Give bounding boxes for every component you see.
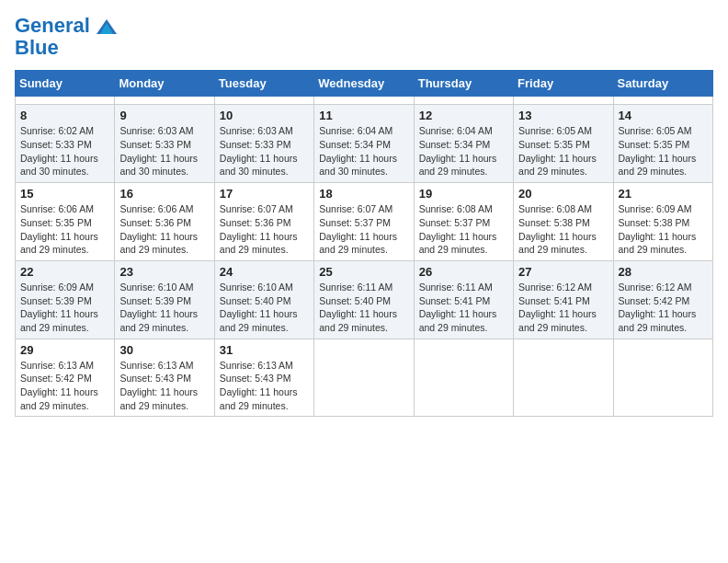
day-number: 18: [319, 187, 408, 201]
day-info: Sunrise: 6:09 AMSunset: 5:38 PMDaylight:…: [619, 203, 697, 255]
calendar-table: SundayMondayTuesdayWednesdayThursdayFrid…: [15, 70, 713, 417]
day-number: 11: [319, 109, 408, 122]
day-cell-18: 18 Sunrise: 6:07 AMSunset: 5:37 PMDaylig…: [314, 183, 414, 261]
day-info: Sunrise: 6:05 AMSunset: 5:35 PMDaylight:…: [518, 125, 597, 177]
day-number: 13: [518, 109, 608, 122]
weekday-saturday: Saturday: [613, 71, 712, 97]
day-number: 9: [119, 109, 209, 122]
weekday-sunday: Sunday: [16, 71, 115, 97]
day-number: 26: [419, 265, 508, 279]
day-info: Sunrise: 6:06 AMSunset: 5:36 PMDaylight:…: [119, 203, 198, 255]
logo-icon: [97, 19, 117, 34]
day-number: 16: [119, 187, 209, 201]
day-cell-9: 9 Sunrise: 6:03 AMSunset: 5:33 PMDayligh…: [115, 105, 214, 183]
day-cell-17: 17 Sunrise: 6:07 AMSunset: 5:36 PMDaylig…: [214, 183, 313, 261]
day-cell-19: 19 Sunrise: 6:08 AMSunset: 5:37 PMDaylig…: [414, 183, 513, 261]
day-number: 15: [20, 187, 109, 201]
day-cell-20: 20 Sunrise: 6:08 AMSunset: 5:38 PMDaylig…: [514, 183, 613, 261]
day-info: Sunrise: 6:07 AMSunset: 5:36 PMDaylight:…: [220, 203, 298, 255]
day-info: Sunrise: 6:07 AMSunset: 5:37 PMDaylight:…: [319, 203, 397, 255]
day-cell-21: 21 Sunrise: 6:09 AMSunset: 5:38 PMDaylig…: [613, 183, 712, 261]
day-cell-25: 25 Sunrise: 6:11 AMSunset: 5:40 PMDaylig…: [314, 260, 414, 339]
week-row-3: 15 Sunrise: 6:06 AMSunset: 5:35 PMDaylig…: [16, 183, 713, 261]
day-number: 24: [220, 265, 309, 279]
day-cell-12: 12 Sunrise: 6:04 AMSunset: 5:34 PMDaylig…: [414, 105, 513, 183]
page-header: General Blue: [15, 15, 713, 59]
day-cell-14: 14 Sunrise: 6:05 AMSunset: 5:35 PMDaylig…: [613, 105, 712, 183]
day-info: Sunrise: 6:06 AMSunset: 5:35 PMDaylight:…: [20, 203, 98, 255]
empty-cell: [414, 339, 513, 417]
day-cell-30: 30 Sunrise: 6:13 AMSunset: 5:43 PMDaylig…: [115, 339, 214, 417]
day-info: Sunrise: 6:10 AMSunset: 5:40 PMDaylight:…: [220, 282, 298, 333]
day-info: Sunrise: 6:09 AMSunset: 5:39 PMDaylight:…: [20, 282, 98, 333]
day-number: 27: [518, 265, 608, 279]
empty-cell: [613, 97, 712, 105]
day-number: 10: [220, 109, 309, 122]
weekday-header-row: SundayMondayTuesdayWednesdayThursdayFrid…: [16, 71, 713, 97]
day-number: 23: [119, 265, 209, 279]
day-info: Sunrise: 6:02 AMSunset: 5:33 PMDaylight:…: [20, 125, 98, 177]
weekday-wednesday: Wednesday: [314, 71, 414, 97]
day-cell-24: 24 Sunrise: 6:10 AMSunset: 5:40 PMDaylig…: [214, 260, 313, 339]
day-info: Sunrise: 6:04 AMSunset: 5:34 PMDaylight:…: [319, 125, 397, 177]
week-row-4: 22 Sunrise: 6:09 AMSunset: 5:39 PMDaylig…: [16, 260, 713, 339]
day-cell-26: 26 Sunrise: 6:11 AMSunset: 5:41 PMDaylig…: [414, 260, 513, 339]
empty-cell: [115, 97, 214, 105]
day-cell-13: 13 Sunrise: 6:05 AMSunset: 5:35 PMDaylig…: [514, 105, 613, 183]
day-info: Sunrise: 6:13 AMSunset: 5:43 PMDaylight:…: [220, 360, 298, 411]
day-cell-29: 29 Sunrise: 6:13 AMSunset: 5:42 PMDaylig…: [16, 339, 115, 417]
day-info: Sunrise: 6:04 AMSunset: 5:34 PMDaylight:…: [419, 125, 497, 177]
day-number: 17: [220, 187, 309, 201]
empty-cell: [613, 339, 712, 417]
weekday-monday: Monday: [115, 71, 214, 97]
day-number: 20: [518, 187, 608, 201]
day-cell-23: 23 Sunrise: 6:10 AMSunset: 5:39 PMDaylig…: [115, 260, 214, 339]
day-cell-11: 11 Sunrise: 6:04 AMSunset: 5:34 PMDaylig…: [314, 105, 414, 183]
empty-cell: [214, 97, 313, 105]
day-number: 25: [319, 265, 408, 279]
day-cell-28: 28 Sunrise: 6:12 AMSunset: 5:42 PMDaylig…: [613, 260, 712, 339]
day-number: 21: [619, 187, 708, 201]
logo: General Blue: [15, 15, 117, 59]
day-number: 14: [619, 109, 708, 122]
day-cell-15: 15 Sunrise: 6:06 AMSunset: 5:35 PMDaylig…: [16, 183, 115, 261]
empty-cell: [314, 97, 414, 105]
day-cell-27: 27 Sunrise: 6:12 AMSunset: 5:41 PMDaylig…: [514, 260, 613, 339]
day-info: Sunrise: 6:11 AMSunset: 5:40 PMDaylight:…: [319, 282, 397, 333]
day-cell-16: 16 Sunrise: 6:06 AMSunset: 5:36 PMDaylig…: [115, 183, 214, 261]
day-number: 19: [419, 187, 508, 201]
day-info: Sunrise: 6:13 AMSunset: 5:42 PMDaylight:…: [20, 360, 98, 411]
logo-text: General: [15, 15, 117, 37]
week-row-1: [16, 97, 713, 105]
day-number: 8: [20, 109, 109, 122]
week-row-2: 8 Sunrise: 6:02 AMSunset: 5:33 PMDayligh…: [16, 105, 713, 183]
day-number: 28: [619, 265, 708, 279]
day-cell-31: 31 Sunrise: 6:13 AMSunset: 5:43 PMDaylig…: [214, 339, 313, 417]
day-info: Sunrise: 6:10 AMSunset: 5:39 PMDaylight:…: [119, 282, 198, 333]
logo-blue: Blue: [15, 37, 117, 59]
day-number: 31: [220, 343, 309, 357]
day-info: Sunrise: 6:12 AMSunset: 5:42 PMDaylight:…: [619, 282, 697, 333]
day-cell-22: 22 Sunrise: 6:09 AMSunset: 5:39 PMDaylig…: [16, 260, 115, 339]
day-info: Sunrise: 6:05 AMSunset: 5:35 PMDaylight:…: [619, 125, 697, 177]
day-info: Sunrise: 6:08 AMSunset: 5:38 PMDaylight:…: [518, 203, 597, 255]
day-number: 30: [119, 343, 209, 357]
empty-cell: [414, 97, 513, 105]
day-info: Sunrise: 6:08 AMSunset: 5:37 PMDaylight:…: [419, 203, 497, 255]
empty-cell: [314, 339, 414, 417]
empty-cell: [16, 97, 115, 105]
weekday-thursday: Thursday: [414, 71, 513, 97]
empty-cell: [514, 339, 613, 417]
day-cell-10: 10 Sunrise: 6:03 AMSunset: 5:33 PMDaylig…: [214, 105, 313, 183]
day-info: Sunrise: 6:11 AMSunset: 5:41 PMDaylight:…: [419, 282, 497, 333]
weekday-tuesday: Tuesday: [214, 71, 313, 97]
day-number: 22: [20, 265, 109, 279]
day-info: Sunrise: 6:03 AMSunset: 5:33 PMDaylight:…: [119, 125, 198, 177]
week-row-5: 29 Sunrise: 6:13 AMSunset: 5:42 PMDaylig…: [16, 339, 713, 417]
day-number: 29: [20, 343, 109, 357]
day-number: 12: [419, 109, 508, 122]
empty-cell: [514, 97, 613, 105]
weekday-friday: Friday: [514, 71, 613, 97]
day-info: Sunrise: 6:12 AMSunset: 5:41 PMDaylight:…: [518, 282, 597, 333]
day-info: Sunrise: 6:13 AMSunset: 5:43 PMDaylight:…: [119, 360, 198, 411]
